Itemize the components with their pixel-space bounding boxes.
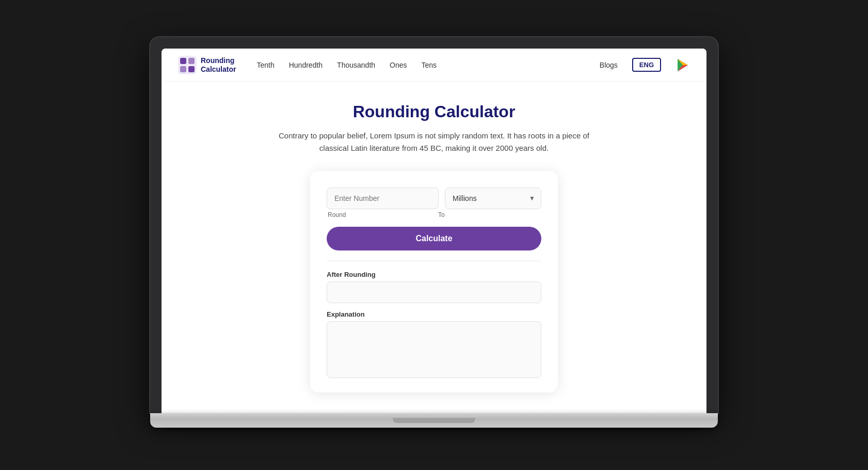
laptop-shell: Rounding Calculator Tenth Hundredth Thou…	[150, 37, 718, 433]
blogs-link[interactable]: Blogs	[600, 61, 618, 69]
laptop-notch	[393, 418, 475, 423]
divider	[327, 261, 541, 261]
input-row: Millions Tenth Hundredth Thousandth Ones…	[327, 187, 541, 209]
nav-item-tens[interactable]: Tens	[422, 61, 437, 69]
screen-bezel: Rounding Calculator Tenth Hundredth Thou…	[150, 37, 718, 413]
to-label: To	[437, 211, 541, 218]
laptop-shadow	[166, 428, 702, 433]
explanation-result	[327, 321, 541, 378]
main-content: Rounding Calculator Contrary to popular …	[162, 82, 706, 413]
page-title: Rounding Calculator	[353, 102, 516, 121]
nav-item-thousandth[interactable]: Thousandth	[337, 61, 375, 69]
svg-rect-1	[180, 58, 186, 64]
navbar: Rounding Calculator Tenth Hundredth Thou…	[162, 49, 706, 82]
calculate-button[interactable]: Calculate	[327, 227, 541, 250]
nav-item-tenth[interactable]: Tenth	[256, 61, 274, 69]
nav-item-hundredth[interactable]: Hundredth	[289, 61, 323, 69]
svg-rect-3	[180, 66, 186, 72]
lang-button[interactable]: ENG	[632, 58, 661, 72]
rounding-select[interactable]: Millions Tenth Hundredth Thousandth Ones…	[445, 187, 541, 209]
select-wrapper: Millions Tenth Hundredth Thousandth Ones…	[445, 187, 541, 209]
page-description: Contrary to popular belief, Lorem Ipsum …	[269, 130, 599, 154]
laptop-screen: Rounding Calculator Tenth Hundredth Thou…	[162, 49, 706, 413]
nav-item-ones[interactable]: Ones	[390, 61, 407, 69]
calculator-card: Millions Tenth Hundredth Thousandth Ones…	[310, 171, 558, 393]
laptop-base	[150, 413, 718, 428]
svg-rect-2	[188, 58, 195, 64]
explanation-label: Explanation	[327, 310, 541, 318]
app-container: Rounding Calculator Tenth Hundredth Thou…	[162, 49, 706, 413]
logo-icon	[178, 56, 197, 74]
after-rounding-label: After Rounding	[327, 271, 541, 278]
svg-rect-4	[188, 66, 195, 72]
google-play-icon[interactable]	[676, 58, 690, 72]
logo-area[interactable]: Rounding Calculator	[178, 56, 236, 74]
number-input[interactable]	[327, 187, 439, 209]
logo-text: Rounding Calculator	[201, 56, 236, 74]
round-label: Round	[327, 211, 431, 218]
labels-row: Round To	[327, 211, 541, 218]
after-rounding-result	[327, 281, 541, 303]
